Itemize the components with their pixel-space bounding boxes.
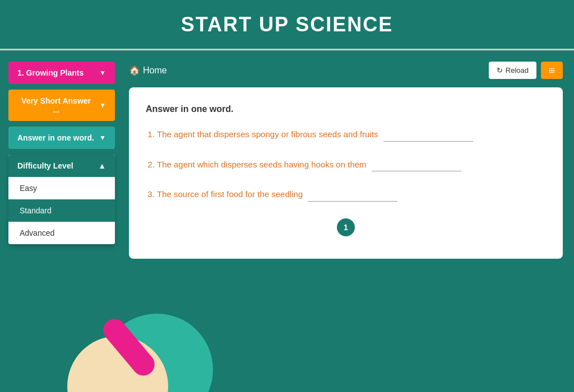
main-area: 1. Growing Plants ▼ Very Short Answer ..… bbox=[0, 50, 574, 392]
question-blank-3 bbox=[308, 188, 397, 202]
difficulty-dropdown: Difficulty Level ▲ Easy Standard Advance… bbox=[8, 155, 115, 244]
question-text-3: The source of first food for the seedlin… bbox=[157, 189, 303, 199]
question-item-2: The agent which disperses seeds having h… bbox=[157, 158, 546, 172]
grid-icon: ⊞ bbox=[549, 66, 555, 74]
difficulty-header-label: Difficulty Level bbox=[17, 161, 73, 170]
reload-label: Reload bbox=[506, 66, 529, 74]
subtype-button[interactable]: Answer in one word. ▼ bbox=[8, 127, 115, 149]
extra-button[interactable]: ⊞ bbox=[541, 62, 563, 79]
difficulty-advanced[interactable]: Advanced bbox=[8, 222, 115, 244]
page-1-button[interactable]: 1 bbox=[337, 218, 355, 236]
difficulty-arrow-icon: ▲ bbox=[98, 161, 106, 170]
question-list: The agent that disperses spongy or fibro… bbox=[146, 128, 546, 202]
nav-bar: 🏠 Home ↻ Reload ⊞ bbox=[129, 62, 563, 79]
difficulty-standard[interactable]: Standard bbox=[8, 199, 115, 222]
pagination: 1 bbox=[146, 218, 546, 236]
home-icon: 🏠 bbox=[129, 65, 140, 76]
question-item-1: The agent that disperses spongy or fibro… bbox=[157, 128, 546, 142]
chapter-button[interactable]: 1. Growing Plants ▼ bbox=[8, 62, 115, 84]
card-title: Answer in one word. bbox=[146, 104, 546, 114]
question-blank-1 bbox=[383, 128, 473, 142]
type-button[interactable]: Very Short Answer ... ▼ bbox=[8, 90, 115, 121]
subtype-label: Answer in one word. bbox=[17, 133, 94, 142]
type-arrow-icon: ▼ bbox=[99, 101, 106, 109]
header: START UP SCIENCE bbox=[0, 0, 574, 50]
home-label: Home bbox=[143, 66, 167, 76]
chapter-arrow-icon: ▼ bbox=[99, 69, 106, 77]
chapter-label: 1. Growing Plants bbox=[17, 68, 84, 77]
question-text-2: The agent which disperses seeds having h… bbox=[157, 160, 367, 169]
reload-icon: ↻ bbox=[497, 66, 503, 74]
question-item-3: The source of first food for the seedlin… bbox=[157, 188, 546, 202]
app-title: START UP SCIENCE bbox=[181, 13, 394, 36]
question-card: Answer in one word. The agent that dispe… bbox=[129, 87, 563, 259]
question-text-1: The agent that disperses spongy or fibro… bbox=[157, 129, 378, 139]
content-area: 🏠 Home ↻ Reload ⊞ Answer in one word. Th… bbox=[123, 50, 574, 392]
difficulty-easy[interactable]: Easy bbox=[8, 177, 115, 199]
difficulty-header[interactable]: Difficulty Level ▲ bbox=[8, 155, 115, 177]
nav-right: ↻ Reload ⊞ bbox=[489, 62, 563, 79]
type-label: Very Short Answer ... bbox=[17, 96, 95, 114]
question-blank-2 bbox=[372, 158, 461, 172]
home-link[interactable]: 🏠 Home bbox=[129, 65, 167, 76]
subtype-arrow-icon: ▼ bbox=[99, 134, 106, 142]
sidebar: 1. Growing Plants ▼ Very Short Answer ..… bbox=[0, 50, 123, 392]
reload-button[interactable]: ↻ Reload bbox=[489, 62, 536, 79]
